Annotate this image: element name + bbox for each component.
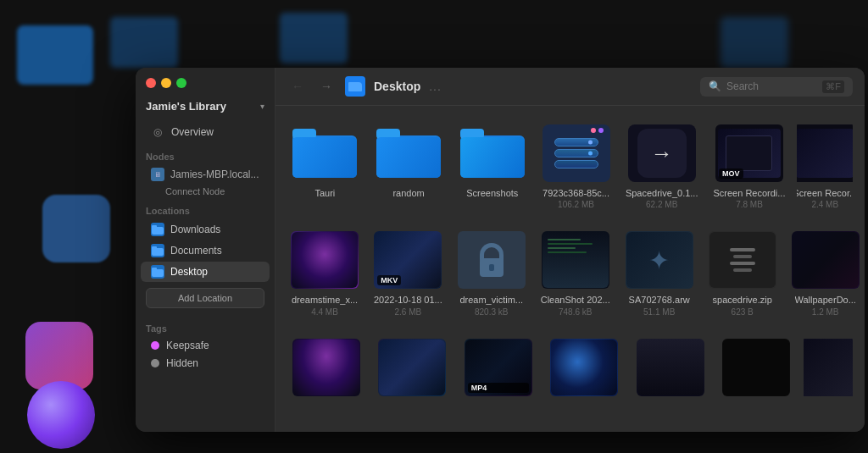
bg-folder-far-right: [721, 17, 788, 68]
tag-item-hidden[interactable]: Hidden: [141, 355, 270, 372]
file-thumb-screenrec1: MOV: [715, 124, 783, 182]
file-thumb-screenshots: [459, 124, 526, 182]
file-name-lock: dream_victim...: [459, 294, 523, 306]
minimize-button[interactable]: [161, 78, 171, 88]
bg-folder-topleft: [17, 25, 93, 85]
bg-bottom-icon: [25, 322, 93, 389]
tag-item-keepsafe[interactable]: Keepsafe: [141, 337, 270, 354]
add-location-button[interactable]: Add Location: [146, 288, 264, 308]
close-button[interactable]: [146, 78, 156, 88]
file-thumb-spacedrive: →: [628, 124, 696, 182]
file-name-screenrec1: Screen Recordi...: [714, 187, 786, 199]
desktop-label: Desktop: [170, 266, 208, 278]
file-thumb-arw: ✦: [626, 231, 693, 289]
file-thumb-random: [375, 124, 442, 182]
file-item-wallpaper[interactable]: WallpaperDo... 1.2 MB: [788, 226, 863, 321]
file-item-row3-4[interactable]: [632, 334, 709, 406]
search-icon: 🔍: [709, 80, 721, 92]
file-size-screenrec2: 2.4 MB: [811, 200, 838, 209]
file-grid-row-3: MP4: [287, 334, 853, 406]
file-size-wallpaper: 1.2 MB: [812, 307, 839, 317]
file-thumb-wallpaper: [792, 231, 860, 289]
file-name-spacedrive: Spacedrive_0.1...: [626, 187, 698, 199]
file-name-wallpaper: WallpaperDo...: [795, 294, 856, 306]
overview-icon: ◎: [151, 125, 164, 139]
locations-section-header: Locations: [136, 199, 275, 219]
file-item-db[interactable]: 7923c368-85c... 106.2 MB: [538, 119, 614, 214]
maximize-button[interactable]: [176, 78, 186, 88]
more-options-button[interactable]: ...: [429, 80, 442, 93]
sidebar-item-overview[interactable]: ◎ Overview: [141, 121, 270, 143]
file-item-spacedrive[interactable]: → Spacedrive_0.1... 62.2 MB: [622, 119, 702, 214]
file-item-cleanshot[interactable]: CleanShot 202... 748.6 kB: [537, 226, 614, 321]
node-icon: 🖥: [151, 168, 164, 181]
search-shortcut: ⌘F: [822, 80, 844, 93]
file-item-screenrec2[interactable]: Screen Recor... 2.4 MB: [797, 119, 853, 214]
toolbar: ← → Desktop ... 🔍 ⌘F: [275, 68, 865, 106]
file-item-screenrec1[interactable]: MOV Screen Recordi... 7.8 MB: [710, 119, 789, 214]
file-size-mkv: 2.6 MB: [395, 307, 422, 317]
file-size-db: 106.2 MB: [558, 200, 594, 209]
file-name-screenrec2: Screen Recor...: [797, 187, 853, 199]
file-size-lock: 820.3 kB: [475, 307, 508, 317]
file-size-screenrec1: 7.8 MB: [736, 200, 763, 209]
app-window: Jamie's Library ▾ ◎ Overview Nodes 🖥 Jam…: [136, 68, 865, 432]
titlebar: [136, 68, 275, 95]
back-button[interactable]: ←: [287, 76, 308, 97]
current-folder-icon: [345, 76, 365, 97]
file-item-row3-1[interactable]: [374, 334, 452, 406]
keepsafe-label: Keepsafe: [166, 340, 209, 351]
file-thumb-lock: [458, 231, 526, 289]
main-content: ← → Desktop ... 🔍 ⌘F: [275, 68, 865, 432]
documents-folder-icon: [151, 244, 164, 257]
bg-folder-topcenter: [280, 13, 348, 64]
library-selector[interactable]: Jamie's Library ▾: [136, 95, 275, 118]
file-thumb-screenrec2: [797, 124, 853, 182]
file-item-mkv[interactable]: MKV 2022-10-18 01... 2.6 MB: [370, 226, 446, 321]
file-item-row3-0[interactable]: [287, 334, 365, 406]
file-grid: Tauri random: [275, 106, 865, 432]
chevron-down-icon: ▾: [260, 102, 264, 111]
file-item-row3-3[interactable]: [546, 334, 624, 406]
file-size-dreamstime: 4.4 MB: [311, 307, 338, 317]
connect-node-button[interactable]: Connect Node: [136, 184, 275, 199]
hidden-label: Hidden: [166, 357, 198, 369]
file-name-tauri: Tauri: [314, 187, 335, 199]
file-thumb-row3-3: [550, 339, 618, 396]
search-box: 🔍 ⌘F: [700, 77, 853, 97]
file-item-random[interactable]: random: [371, 119, 447, 214]
tags-section: Tags Keepsafe Hidden: [136, 317, 275, 373]
file-size-spacedrive: 62.2 MB: [646, 200, 677, 209]
bg-sphere-icon: [27, 381, 95, 449]
file-thumb-zip: [709, 231, 776, 289]
file-name-zip: spacedrive.zip: [713, 294, 772, 306]
file-item-arw[interactable]: ✦ SA702768.arw 51.1 MB: [622, 226, 697, 321]
file-thumb-db: [542, 124, 610, 182]
sidebar-item-downloads[interactable]: Downloads: [141, 219, 270, 240]
file-item-row3-6[interactable]: [804, 334, 853, 406]
file-item-screenshots[interactable]: Screenshots: [454, 119, 530, 214]
file-item-row3-5[interactable]: [718, 334, 796, 406]
mp4-badge: MP4: [468, 383, 529, 393]
search-input[interactable]: [726, 80, 817, 92]
file-thumb-row3-0: [292, 339, 360, 396]
library-name: Jamie's Library: [146, 100, 260, 113]
overview-label: Overview: [171, 126, 214, 138]
file-item-row3-2[interactable]: MP4: [459, 334, 537, 406]
forward-button[interactable]: →: [316, 76, 337, 97]
file-size-cleanshot: 748.6 kB: [559, 307, 592, 317]
sidebar-item-desktop[interactable]: Desktop: [141, 262, 270, 282]
file-size-zip: 623 B: [732, 307, 754, 317]
file-item-dreamstime[interactable]: dreamstime_x... 4.4 MB: [287, 226, 362, 321]
downloads-folder-icon: [151, 223, 164, 236]
file-item-lock[interactable]: dream_victim... 820.3 kB: [454, 226, 529, 321]
file-thumb-mkv: MKV: [374, 231, 442, 289]
file-thumb-row3-2: MP4: [465, 339, 532, 396]
breadcrumb-title: Desktop: [374, 80, 420, 93]
file-item-zip[interactable]: spacedrive.zip 623 B: [705, 226, 780, 321]
file-name-dreamstime: dreamstime_x...: [292, 294, 358, 306]
sidebar-item-documents[interactable]: Documents: [141, 240, 270, 261]
file-name-mkv: 2022-10-18 01...: [374, 294, 442, 306]
file-thumb-row3-1: [378, 339, 446, 396]
file-item-tauri[interactable]: Tauri: [287, 119, 363, 214]
